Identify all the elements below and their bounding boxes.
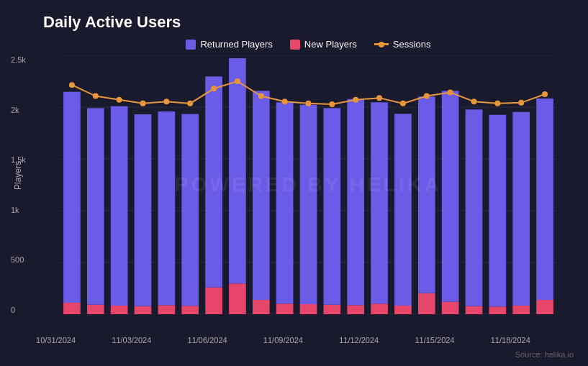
svg-point-68 [542,91,548,97]
legend-sessions: Sessions [374,39,431,50]
svg-rect-24 [276,303,294,314]
chart-svg [43,55,574,314]
svg-rect-41 [466,109,483,306]
x-label: 11/06/2024 [188,336,227,344]
svg-rect-32 [371,303,388,314]
svg-rect-40 [466,306,483,314]
svg-rect-14 [158,305,176,314]
svg-point-56 [258,93,264,99]
x-label: 11/12/2024 [339,336,379,344]
chart-legend: Returned Players New Players Sessions [43,39,574,50]
svg-point-55 [235,78,240,84]
svg-point-62 [400,101,406,106]
legend-returned: Returned Players [186,39,272,50]
svg-rect-29 [324,108,341,304]
svg-point-65 [471,99,477,104]
svg-rect-6 [63,303,81,314]
svg-point-49 [93,93,99,99]
sessions-label: Sessions [393,39,431,50]
page-title: Daily Active Users [43,13,574,32]
svg-rect-23 [253,91,270,300]
returned-color-dot [186,40,196,50]
svg-point-52 [163,99,169,104]
svg-rect-17 [181,114,199,306]
svg-rect-36 [418,293,435,314]
svg-point-57 [282,99,288,104]
svg-point-50 [117,97,122,103]
source-label: Source: helika.io [515,350,574,359]
svg-rect-44 [512,306,530,314]
x-label: 11/18/2024 [491,336,530,344]
svg-rect-19 [205,76,222,287]
svg-point-51 [140,101,146,106]
svg-point-64 [448,89,453,95]
svg-rect-18 [205,288,222,314]
svg-rect-11 [111,106,128,306]
svg-rect-42 [489,306,507,314]
svg-rect-9 [87,108,104,304]
svg-point-60 [353,97,358,103]
svg-rect-16 [181,306,199,314]
svg-rect-13 [135,114,152,306]
svg-point-54 [211,86,217,91]
svg-rect-35 [394,114,412,306]
svg-rect-25 [276,102,294,303]
svg-rect-39 [442,91,459,301]
svg-rect-38 [442,302,459,314]
svg-point-48 [69,82,75,88]
svg-point-61 [376,95,382,101]
svg-rect-27 [300,105,317,304]
svg-rect-15 [158,111,176,305]
svg-rect-30 [347,305,364,314]
svg-rect-37 [418,96,435,293]
svg-rect-43 [489,115,507,307]
svg-rect-22 [253,300,270,314]
chart-container: Daily Active Users Returned Players New … [0,0,588,366]
svg-point-59 [329,101,335,107]
x-label: 11/09/2024 [263,336,303,344]
svg-point-63 [424,93,430,99]
x-label: 11/03/2024 [112,336,151,344]
new-color-dot [290,40,300,50]
svg-point-53 [187,101,193,106]
svg-rect-7 [63,92,81,303]
svg-rect-12 [135,306,152,314]
new-label: New Players [304,39,357,50]
svg-point-67 [518,100,524,106]
x-label: 11/15/2024 [415,336,454,344]
svg-rect-33 [371,102,388,303]
svg-rect-26 [300,304,317,314]
svg-rect-28 [324,305,341,314]
svg-point-66 [494,101,500,106]
svg-rect-20 [229,283,246,314]
svg-rect-21 [229,58,246,283]
svg-rect-8 [87,305,104,314]
returned-label: Returned Players [200,39,272,50]
svg-rect-45 [512,112,530,306]
svg-rect-34 [394,306,412,314]
sessions-line-icon [374,43,389,45]
x-label: 10/31/2024 [36,336,76,344]
y-label-left: Players [13,161,23,190]
svg-rect-31 [347,99,364,306]
svg-rect-46 [536,300,553,314]
svg-point-58 [306,101,312,106]
svg-rect-10 [111,306,128,314]
svg-rect-47 [536,99,553,300]
legend-new: New Players [290,39,357,50]
chart-area: POWERED BY HELIKA 0 500 1k 1.5k 2k 2.5k … [43,55,574,314]
